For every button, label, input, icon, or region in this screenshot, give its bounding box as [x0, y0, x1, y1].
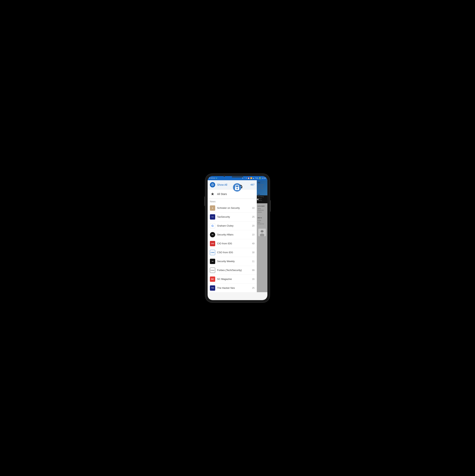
bluetooth-icon: *: [244, 177, 245, 179]
feed-count: 25: [250, 287, 254, 289]
feed-count: 10: [250, 207, 254, 209]
feed-count: 11: [250, 260, 254, 263]
feed-name: Forbes (Tech/Security): [217, 269, 250, 272]
alarm-icon: ⏰: [248, 177, 250, 179]
feed-logo: G: [210, 223, 215, 228]
show-all-icon: [210, 182, 215, 187]
wifi-icon: 📶: [250, 177, 252, 179]
feed-item[interactable]: ForbesForbes (Tech/Security)99: [208, 266, 257, 275]
feed-count: 30: [250, 251, 254, 254]
feed-count: 49: [250, 242, 254, 245]
feed-name: SC Magazine: [217, 278, 250, 280]
phone-device: ✉ ⚙ M 🐦 ↻ * ☀ ⏰ 📶 ▲ 71% 🔋 12:20: [205, 174, 270, 302]
feed-name: Graham Cluley: [217, 224, 250, 227]
feed-name: TaoSecurity: [217, 215, 250, 218]
feed-item[interactable]: GGraham Cluley20: [208, 221, 257, 230]
feed-item[interactable]: CIOCIO from IDG49: [208, 239, 257, 248]
background-content: stay oud-based ctive and iority. The ime…: [257, 180, 267, 239]
svg-marker-4: [241, 187, 242, 188]
app-screen: ✉ ⚙ M 🐦 ↻ * ☀ ⏰ 📶 ▲ 71% 🔋 12:20: [208, 176, 267, 300]
feed-list: SSchneier on Security10TAOTaoSecurity25G…: [208, 204, 257, 292]
feed-item[interactable]: SASecurity Affairs10: [208, 230, 257, 239]
feed-logo: TAO: [210, 214, 215, 220]
status-right-icons: ↻ * ☀ ⏰ 📶 ▲ 71% 🔋 12:20: [242, 177, 266, 179]
phone-speaker: [232, 176, 243, 177]
navigation-drawer: Show All 487 All Stars: [208, 180, 257, 292]
twitter-icon: 🐦: [215, 177, 218, 179]
feed-name: Schneier on Security: [217, 206, 250, 209]
feed-item[interactable]: SWSecurity Weekly11: [208, 257, 257, 266]
feed-item[interactable]: TAOTaoSecurity25: [208, 213, 257, 221]
phone-camera: [223, 175, 225, 177]
feed-logo: SC: [210, 276, 215, 282]
feed-item[interactable]: SSchneier on Security10: [208, 204, 257, 213]
feed-item[interactable]: THNThe Hacker Nes25: [208, 284, 257, 292]
feed-name: CSO from IDG: [217, 251, 250, 254]
feed-logo: Forbes: [210, 268, 215, 273]
svg-marker-6: [211, 192, 214, 195]
feed-name: CIO from IDG: [217, 242, 250, 245]
feed-count: 20: [250, 224, 254, 227]
feed-item[interactable]: SCSC Magazine16: [208, 275, 257, 284]
time-display: 12:20: [261, 177, 266, 179]
drawer-shadow[interactable]: stay oud-based ctive and iority. The ime…: [257, 180, 267, 292]
feed-name: Security Affairs: [217, 233, 250, 236]
feed-logo: SW: [210, 259, 215, 264]
feed-count: 25: [250, 216, 254, 218]
signal-icon: ▲: [253, 177, 254, 179]
avatar-image: [258, 229, 266, 236]
gmail-icon: M: [213, 177, 215, 179]
feed-count: 10: [250, 233, 254, 236]
status-left-icons: ✉ ⚙ M 🐦: [209, 177, 218, 179]
feed-logo: S: [210, 205, 215, 211]
email-icon: ✉: [209, 177, 211, 179]
news-section-header: News: [208, 199, 257, 204]
feed-logo: CSO: [210, 250, 215, 255]
feed-name: Security Weekly: [217, 260, 250, 263]
feed-count: 99: [250, 269, 254, 272]
svg-rect-3: [237, 188, 238, 189]
feed-logo: THN: [210, 285, 215, 291]
battery-label: 71%: [255, 177, 258, 179]
feed-item[interactable]: CSOCSO from IDG30: [208, 248, 257, 257]
battery-icon: 🔋: [259, 177, 261, 179]
brightness-icon: ☀: [245, 177, 247, 179]
refresh-status-icon: ↻: [242, 177, 244, 179]
feed-name: The Hacker Nes: [217, 287, 250, 289]
star-icon: [210, 191, 215, 197]
show-all-count: 487: [250, 183, 254, 186]
phone-screen: ✉ ⚙ M 🐦 ↻ * ☀ ⏰ 📶 ▲ 71% 🔋 12:20: [208, 176, 267, 300]
app-logo: [232, 182, 243, 194]
drawer-overlay: Show All 487 All Stars: [208, 180, 267, 292]
feed-logo: CIO: [210, 241, 215, 246]
feed-count: 16: [250, 278, 254, 280]
settings-icon: ⚙: [211, 177, 213, 179]
feed-logo: SA: [210, 232, 215, 237]
